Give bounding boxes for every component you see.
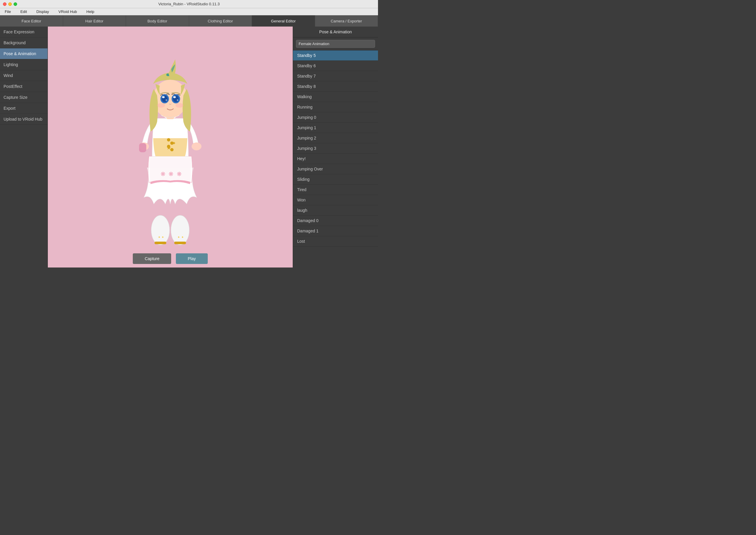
svg-point-0 xyxy=(151,215,169,245)
anim-item-standby6[interactable]: Standby 6 xyxy=(293,61,378,71)
svg-point-25 xyxy=(162,96,165,98)
svg-point-14 xyxy=(170,148,173,151)
character-illustration: ✦ ✦ ✦ ✦ ❋ ❋ ❋ ★ ✦ xyxy=(48,27,293,250)
svg-text:✦ ✦: ✦ ✦ xyxy=(158,235,164,239)
tab-camera-exporter[interactable]: Camera / Exporter xyxy=(315,15,378,27)
svg-text:❋: ❋ xyxy=(168,171,173,177)
anim-item-jumping-over[interactable]: Jumping Over xyxy=(293,164,378,174)
titlebar: Victoria_Rubin - VRoidStudio 0.11.3 xyxy=(0,0,378,8)
sidebar-item-pose-animation[interactable]: Pose & Animation xyxy=(0,48,47,59)
sidebar-item-export[interactable]: Export xyxy=(0,103,47,114)
anim-item-running[interactable]: Running xyxy=(293,102,378,112)
menubar: File Edit Display VRoid Hub Help xyxy=(0,8,378,15)
menu-display[interactable]: Display xyxy=(35,9,51,14)
traffic-lights xyxy=(3,2,17,6)
svg-point-27 xyxy=(165,99,167,100)
menu-vroid-hub[interactable]: VRoid Hub xyxy=(57,9,79,14)
anim-item-standby8[interactable]: Standby 8 xyxy=(293,81,378,92)
tab-general-editor[interactable]: General Editor xyxy=(252,15,315,27)
anim-item-jumping1[interactable]: Jumping 1 xyxy=(293,123,378,133)
svg-point-30 xyxy=(176,103,184,108)
svg-point-26 xyxy=(173,96,176,98)
capture-button[interactable]: Capture xyxy=(133,253,171,264)
animation-list: Standby 5 Standby 6 Standby 7 Standby 8 … xyxy=(293,50,378,268)
panel-header: Pose & Animation xyxy=(293,27,378,38)
character-viewport[interactable]: ✦ ✦ ✦ ✦ ❋ ❋ ❋ ★ ✦ xyxy=(48,27,293,250)
minimize-button[interactable] xyxy=(8,2,12,6)
tab-clothing-editor[interactable]: Clothing Editor xyxy=(189,15,252,27)
close-button[interactable] xyxy=(3,2,7,6)
svg-point-12 xyxy=(170,142,173,145)
tab-body-editor[interactable]: Body Editor xyxy=(126,15,189,27)
main-layout: Face Expression Background Pose & Animat… xyxy=(0,27,378,268)
canvas-area: ✦ ✦ ✦ ✦ ❋ ❋ ❋ ★ ✦ xyxy=(48,27,293,268)
sidebar-item-post-effect[interactable]: PostEffect xyxy=(0,81,47,92)
svg-point-13 xyxy=(167,145,170,148)
svg-rect-17 xyxy=(139,143,146,152)
right-panel: Pose & Animation Female Animation Male A… xyxy=(293,27,378,268)
canvas-buttons: Capture Play xyxy=(48,250,293,268)
anim-item-tired[interactable]: Tired xyxy=(293,184,378,195)
menu-edit[interactable]: Edit xyxy=(18,9,29,14)
sidebar-item-upload-vroid-hub[interactable]: Upload to VRoid Hub xyxy=(0,114,47,125)
anim-item-standby7[interactable]: Standby 7 xyxy=(293,71,378,81)
anim-item-walking[interactable]: Walking xyxy=(293,92,378,102)
anim-item-damaged0[interactable]: Damaged 0 xyxy=(293,215,378,226)
tab-hair-editor[interactable]: Hair Editor xyxy=(63,15,126,27)
sidebar-item-face-expression[interactable]: Face Expression xyxy=(0,27,47,38)
sidebar-item-background[interactable]: Background xyxy=(0,38,47,48)
svg-point-1 xyxy=(171,215,189,245)
svg-rect-2 xyxy=(155,241,166,244)
play-button[interactable]: Play xyxy=(176,253,207,264)
anim-item-lost[interactable]: Lost xyxy=(293,236,378,246)
tabbar: Face Editor Hair Editor Body Editor Clot… xyxy=(0,15,378,27)
svg-text:❋: ❋ xyxy=(177,171,182,177)
svg-point-11 xyxy=(167,138,170,142)
svg-text:❋: ❋ xyxy=(160,171,165,177)
svg-rect-3 xyxy=(174,241,186,244)
anim-item-jumping2[interactable]: Jumping 2 xyxy=(293,133,378,143)
anim-item-damaged1[interactable]: Damaged 1 xyxy=(293,226,378,236)
svg-text:✦ ✦: ✦ ✦ xyxy=(177,235,184,239)
maximize-button[interactable] xyxy=(14,2,17,6)
anim-item-standby5[interactable]: Standby 5 xyxy=(293,50,378,61)
svg-rect-31 xyxy=(166,113,174,119)
tab-face-editor[interactable]: Face Editor xyxy=(0,15,63,27)
sidebar-item-lighting[interactable]: Lighting xyxy=(0,59,47,70)
anim-item-won[interactable]: Won xyxy=(293,195,378,205)
animation-type-select[interactable]: Female Animation Male Animation xyxy=(296,40,375,48)
animation-type-dropdown-row: Female Animation Male Animation xyxy=(293,38,378,50)
sidebar-item-wind[interactable]: Wind xyxy=(0,70,47,81)
anim-item-laugh[interactable]: laugh xyxy=(293,205,378,215)
svg-point-18 xyxy=(191,142,201,151)
sidebar-item-capture-size[interactable]: Capture Size xyxy=(0,92,47,103)
menu-help[interactable]: Help xyxy=(85,9,96,14)
sidebar: Face Expression Background Pose & Animat… xyxy=(0,27,48,268)
anim-item-sliding[interactable]: Sliding xyxy=(293,174,378,184)
menu-file[interactable]: File xyxy=(3,9,13,14)
anim-item-hey[interactable]: Hey! xyxy=(293,154,378,164)
window-title: Victoria_Rubin - VRoidStudio 0.11.3 xyxy=(159,2,220,6)
anim-item-jumping0[interactable]: Jumping 0 xyxy=(293,112,378,123)
anim-item-jumping3[interactable]: Jumping 3 xyxy=(293,143,378,154)
svg-point-28 xyxy=(177,99,178,100)
svg-point-29 xyxy=(157,103,165,108)
